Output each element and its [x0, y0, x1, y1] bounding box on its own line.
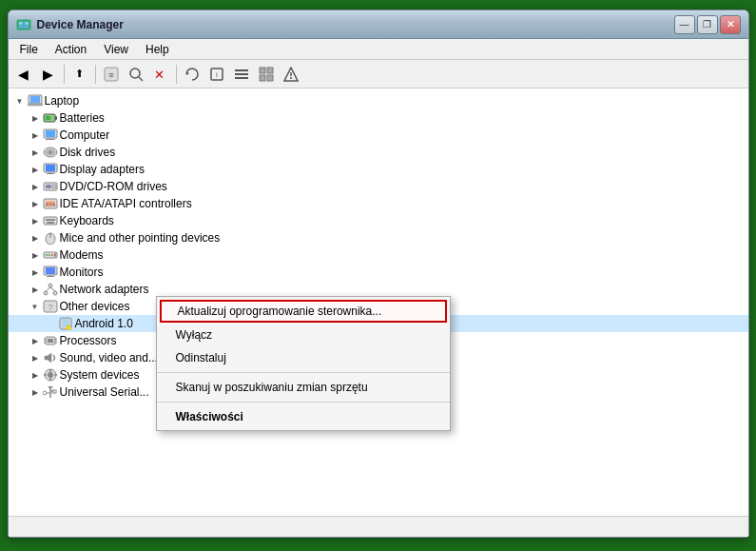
tree-label-laptop: Laptop [45, 94, 748, 108]
svg-point-85 [48, 372, 53, 378]
menu-file[interactable]: File [12, 41, 46, 58]
expand-system[interactable]: ▶ [28, 367, 43, 383]
close-button[interactable]: ✕ [720, 15, 741, 34]
toolbar-btn-4[interactable] [181, 63, 204, 86]
sound-icon [43, 350, 58, 365]
svg-point-21 [290, 77, 292, 79]
menu-action[interactable]: Action [48, 41, 94, 58]
expand-display[interactable]: ▶ [28, 162, 43, 177]
expand-usb[interactable]: ▶ [28, 384, 43, 400]
tree-item-dvd-drives[interactable]: ▶ DVD/CD-ROM drives [9, 178, 748, 195]
tree-item-mice[interactable]: ▶ Mice and other pointing devices [9, 229, 748, 246]
tree-item-keyboards[interactable]: ▶ Keyboards [9, 212, 748, 229]
display-icon [43, 162, 58, 177]
svg-point-66 [53, 291, 57, 295]
expand-monitors[interactable]: ▶ [28, 265, 43, 280]
minimize-button[interactable]: — [674, 15, 695, 34]
mice-icon [43, 230, 58, 246]
content-area: ▼ Laptop ▶ Batteries ▶ Comput [9, 89, 748, 516]
ctx-item-disable[interactable]: Wyłącz [157, 324, 450, 346]
toolbar-btn-1[interactable]: ≡ [100, 63, 123, 86]
toolbar-btn-7[interactable] [255, 63, 278, 86]
expand-network[interactable]: ▶ [28, 282, 43, 297]
tree-item-computer[interactable]: ▶ Computer [9, 127, 748, 144]
tree-item-monitors[interactable]: ▶ Monitors [9, 264, 748, 281]
tree-item-ide[interactable]: ▶ ATA IDE ATA/ATAPI controllers [9, 195, 748, 212]
expand-ide[interactable]: ▶ [28, 196, 43, 211]
ctx-item-properties[interactable]: Właściwości [157, 405, 450, 428]
computer-icon [43, 128, 58, 143]
ctx-item-update-driver[interactable]: Aktualizuj oprogramowanie sterownika... [160, 300, 447, 323]
title-bar-left: Device Manager [16, 17, 124, 32]
menu-view[interactable]: View [96, 41, 136, 58]
tree-label-keyboards: Keyboards [60, 214, 748, 227]
svg-rect-17 [260, 75, 265, 81]
svg-rect-36 [46, 165, 55, 171]
tree-label-modems: Modems [60, 248, 748, 262]
tree-label-disk-drives: Disk drives [60, 146, 748, 159]
svg-rect-76 [48, 339, 53, 343]
expand-batteries[interactable]: ▶ [28, 110, 43, 126]
toolbar-btn-3[interactable]: ✕ [149, 63, 172, 86]
menu-help[interactable]: Help [138, 41, 177, 58]
toolbar: ◀ ▶ ⬆ ≡ ✕ i [9, 60, 748, 89]
expand-dvd[interactable]: ▶ [28, 179, 43, 194]
toolbar-btn-5[interactable]: i [205, 63, 228, 86]
batteries-icon [43, 110, 58, 126]
svg-rect-26 [55, 116, 57, 120]
expand-sound[interactable]: ▶ [28, 350, 43, 365]
svg-text:ATA: ATA [45, 202, 55, 207]
laptop-icon [28, 93, 43, 108]
svg-rect-47 [49, 219, 51, 221]
toolbar-btn-2[interactable] [125, 63, 147, 86]
monitor-icon [43, 265, 58, 280]
forward-button[interactable]: ▶ [37, 63, 60, 86]
network-icon [43, 282, 58, 297]
ctx-item-scan[interactable]: Skanuj w poszukiwaniu zmian sprzętu [157, 376, 450, 399]
svg-point-58 [51, 254, 53, 256]
svg-rect-16 [267, 68, 273, 73]
usb-icon [43, 384, 58, 400]
svg-rect-49 [48, 219, 49, 221]
tree-item-modems[interactable]: ▶ Modems [9, 246, 748, 264]
ide-icon: ATA [43, 196, 58, 211]
status-bar [9, 516, 748, 537]
expand-processors[interactable]: ▶ [28, 333, 43, 348]
svg-rect-13 [235, 73, 248, 75]
svg-rect-30 [48, 138, 53, 139]
android-icon: ! [58, 316, 73, 331]
menu-bar: File Action View Help [9, 39, 748, 60]
tree-item-disk-drives[interactable]: ▶ Disk drives [9, 144, 748, 161]
svg-rect-18 [267, 75, 273, 81]
svg-rect-61 [46, 267, 55, 274]
expand-computer[interactable]: ▶ [28, 128, 43, 143]
expand-other[interactable]: ▼ [28, 299, 43, 314]
tree-label-mice: Mice and other pointing devices [60, 231, 748, 245]
up-button[interactable]: ⬆ [68, 63, 91, 86]
svg-rect-46 [46, 219, 48, 221]
tree-label-batteries: Batteries [60, 111, 748, 125]
tree-label-computer: Computer [60, 128, 748, 142]
expand-keyboards[interactable]: ▶ [28, 213, 43, 228]
back-button[interactable]: ◀ [12, 63, 35, 86]
svg-rect-12 [235, 69, 248, 71]
toolbar-separator-2 [95, 65, 96, 84]
restore-button[interactable]: ❐ [697, 15, 718, 34]
expand-mice[interactable]: ▶ [28, 230, 43, 246]
ctx-item-uninstall[interactable]: Odinstaluj [157, 346, 450, 369]
svg-rect-3 [19, 26, 29, 28]
tree-item-display-adapters[interactable]: ▶ Display adapters [9, 161, 748, 178]
toolbar-btn-6[interactable] [230, 63, 253, 86]
svg-point-6 [130, 69, 140, 78]
device-manager-window: Device Manager — ❐ ✕ File Action View He… [8, 10, 749, 538]
expand-modems[interactable]: ▶ [28, 247, 43, 263]
tree-item-laptop[interactable]: ▼ Laptop [9, 92, 748, 109]
tree-item-batteries[interactable]: ▶ Batteries [9, 109, 748, 127]
expand-laptop[interactable]: ▼ [12, 93, 28, 108]
svg-rect-31 [46, 139, 55, 140]
tree-label-display-adapters: Display adapters [60, 163, 748, 176]
expand-disk[interactable]: ▶ [28, 145, 43, 160]
toolbar-btn-8[interactable] [280, 63, 302, 86]
svg-point-57 [48, 254, 50, 256]
svg-point-64 [48, 284, 52, 287]
